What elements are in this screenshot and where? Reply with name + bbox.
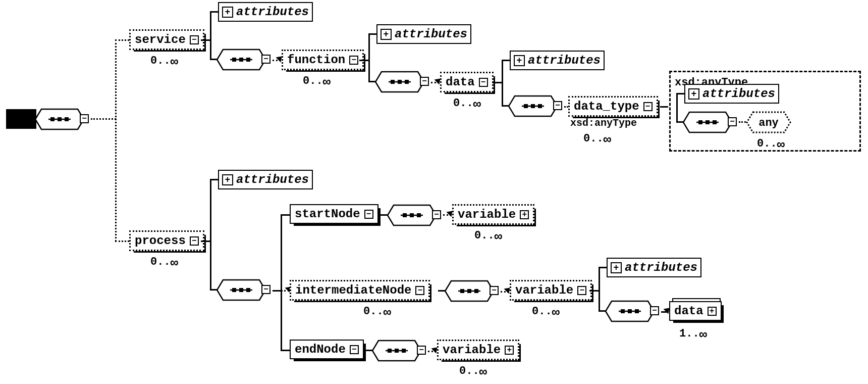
connector [564, 106, 568, 108]
collapse-icon[interactable]: − [261, 285, 270, 294]
connector [281, 350, 290, 351]
collapse-icon[interactable]: − [577, 286, 586, 295]
cardinality: 0..∞ [459, 363, 487, 378]
attributes-function[interactable]: + attributes [376, 24, 471, 44]
connector [115, 39, 129, 41]
variable-label: variable [443, 343, 501, 357]
intermediatenode-label: intermediateNode [295, 283, 411, 297]
variable-element-2: variable − [510, 280, 592, 301]
attributes-label: attributes [395, 27, 467, 41]
cardinality: 1..∞ [679, 325, 707, 341]
collapse-icon[interactable]: − [479, 78, 488, 87]
collapse-icon[interactable]: − [190, 35, 199, 44]
collapse-icon[interactable]: − [420, 77, 429, 86]
connector [589, 290, 600, 292]
connector [676, 93, 684, 94]
collapse-icon[interactable]: − [553, 101, 562, 110]
variable-element-1: variable + [452, 204, 534, 225]
sequence-variable [605, 300, 650, 319]
attributes-data[interactable]: + attributes [510, 51, 605, 70]
sequence-root [34, 108, 80, 127]
data-type-subtype: xsd:anyType [570, 117, 637, 129]
connector [660, 106, 668, 108]
cardinality: 0..∞ [363, 303, 391, 318]
attributes-anytype[interactable]: + attributes [684, 84, 779, 104]
collapse-icon[interactable]: − [643, 102, 653, 111]
cardinality: 0..∞ [474, 227, 502, 243]
collapse-icon[interactable]: − [190, 236, 199, 246]
cardinality: 0..∞ [583, 130, 611, 146]
collapse-icon[interactable]: − [261, 55, 270, 64]
process-label: process [135, 234, 186, 248]
cardinality: 0..∞ [757, 135, 785, 151]
plus-icon: + [381, 29, 392, 40]
endnode-label: endNode [295, 343, 346, 356]
collapse-icon[interactable]: − [364, 210, 373, 219]
sequence-intermediatenode [444, 280, 490, 299]
collapse-icon[interactable]: − [417, 346, 426, 355]
collapse-icon[interactable]: − [650, 306, 659, 315]
plus-icon: + [222, 7, 233, 18]
connector [368, 33, 370, 82]
plus-icon[interactable]: + [708, 307, 717, 316]
sequence-anytype [682, 111, 728, 130]
sequence-process [216, 279, 261, 298]
connector [676, 93, 678, 122]
plus-icon: + [222, 174, 233, 185]
intermediatenode-element: intermediateNode − [290, 280, 430, 301]
service-element: service − [129, 29, 204, 50]
collapse-icon[interactable]: − [432, 210, 441, 219]
connector [91, 118, 116, 120]
data-element-2: data + [669, 301, 722, 321]
connector [210, 11, 211, 60]
sequence-function [374, 71, 420, 90]
data-label: data [446, 75, 475, 89]
endnode-element: endNode − [290, 340, 364, 359]
data-label-2: data [674, 304, 703, 318]
attributes-label: attributes [528, 54, 601, 67]
connector [359, 60, 369, 61]
connector [281, 214, 290, 216]
cardinality: 0..∞ [532, 303, 560, 318]
data-type-element: data_type − [568, 96, 658, 117]
collapse-icon[interactable]: − [728, 117, 737, 126]
attributes-label: attributes [625, 261, 697, 274]
connector [281, 214, 282, 351]
process-element: process − [129, 230, 204, 251]
connector [115, 39, 117, 242]
startnode-element: startNode − [290, 204, 378, 224]
function-label: function [287, 53, 345, 67]
root-label [6, 109, 36, 129]
sequence-data [508, 95, 553, 114]
service-label: service [135, 33, 186, 46]
connector [201, 39, 211, 41]
variable-label: variable [458, 208, 516, 221]
connector [599, 267, 600, 311]
plus-icon[interactable]: + [520, 210, 529, 219]
connector [115, 241, 129, 242]
cardinality: 0..∞ [453, 95, 481, 110]
connector [739, 121, 746, 123]
attributes-label: attributes [236, 5, 309, 19]
connector [502, 60, 503, 106]
attributes-variable[interactable]: + attributes [607, 258, 701, 277]
collapse-icon[interactable]: − [415, 286, 424, 295]
plus-icon: + [611, 262, 622, 273]
connector [201, 241, 211, 242]
svg-text:any: any [758, 117, 779, 129]
collapse-icon[interactable]: − [350, 345, 359, 354]
attributes-label: attributes [236, 173, 309, 186]
cardinality: 0..∞ [303, 73, 331, 88]
collapse-icon[interactable]: − [80, 114, 89, 123]
collapse-icon[interactable]: − [349, 56, 358, 65]
root-element [6, 109, 36, 129]
attributes-service[interactable]: + attributes [218, 2, 313, 22]
startnode-label: startNode [295, 207, 360, 221]
data-element: data − [440, 72, 494, 92]
attributes-process[interactable]: + attributes [218, 170, 313, 189]
connector [210, 179, 211, 290]
plus-icon[interactable]: + [505, 346, 514, 355]
collapse-icon[interactable]: − [490, 286, 499, 295]
plus-icon: + [688, 88, 699, 100]
function-element: function − [282, 50, 364, 70]
